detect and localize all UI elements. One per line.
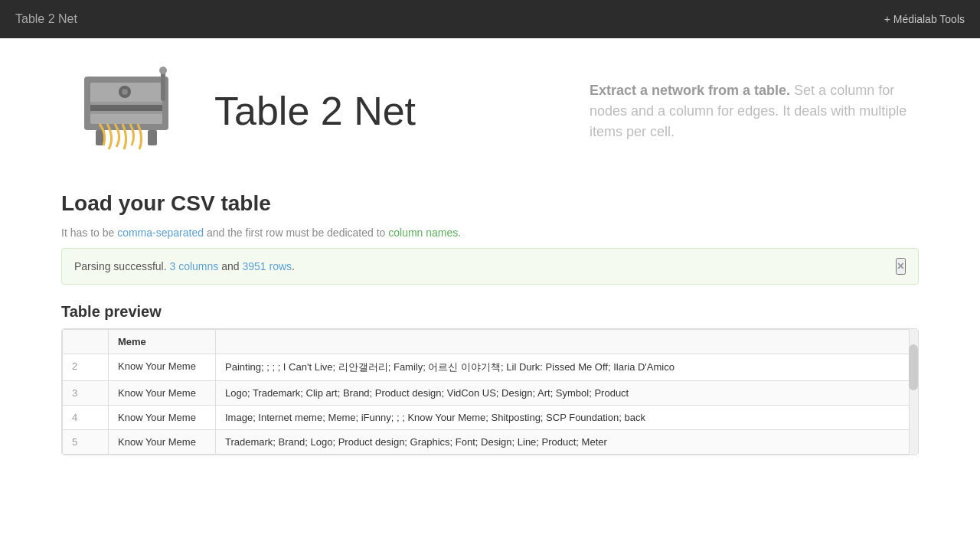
csv-hint-middle: and the first row must be dedicated to bbox=[204, 227, 388, 239]
app-logo bbox=[61, 61, 191, 161]
row-num: 4 bbox=[63, 406, 109, 430]
hero-section: Table 2 Net Extract a network from a tab… bbox=[0, 38, 980, 176]
alert-rows: 3951 rows bbox=[242, 260, 292, 272]
navbar: Table 2 Net + Médialab Tools bbox=[0, 0, 980, 38]
hero-description-bold: Extract a network from a table. bbox=[590, 83, 790, 98]
navbar-tools[interactable]: + Médialab Tools bbox=[884, 13, 965, 25]
svg-point-6 bbox=[159, 67, 167, 74]
comma-separated-link[interactable]: comma-separated bbox=[117, 227, 204, 239]
row-col3: Image; Internet meme; Meme; iFunny; ; ; … bbox=[216, 406, 918, 430]
row-num: 3 bbox=[63, 381, 109, 406]
navbar-brand: Table 2 Net bbox=[15, 12, 77, 26]
header-cell-num bbox=[63, 330, 109, 354]
alert-message: Parsing successful. 3 columns and 3951 r… bbox=[74, 260, 295, 272]
row-num: 5 bbox=[63, 430, 109, 455]
table-header: Meme bbox=[63, 330, 918, 354]
table-preview-title: Table preview bbox=[61, 303, 919, 321]
row-col3: Logo; Trademark; Clip art; Brand; Produc… bbox=[216, 381, 918, 406]
preview-table: Meme 2 Know Your Meme Painting; ; ; ; I … bbox=[62, 329, 918, 455]
alert-prefix: Parsing successful. bbox=[74, 260, 170, 272]
csv-hint: It has to be comma-separated and the fir… bbox=[61, 227, 919, 239]
table-body: 2 Know Your Meme Painting; ; ; ; I Can't… bbox=[63, 354, 918, 455]
svg-rect-3 bbox=[90, 102, 162, 105]
scrollbar[interactable] bbox=[909, 329, 918, 455]
row-num: 2 bbox=[63, 354, 109, 381]
csv-hint-suffix: . bbox=[458, 227, 461, 239]
row-col2: Know Your Meme bbox=[109, 354, 216, 381]
success-alert: Parsing successful. 3 columns and 3951 r… bbox=[61, 248, 919, 285]
row-col3: Trademark; Brand; Logo; Product design; … bbox=[216, 430, 918, 455]
app-title: Table 2 Net bbox=[214, 88, 416, 134]
alert-close-button[interactable]: × bbox=[896, 258, 906, 275]
main-content: Load your CSV table It has to be comma-s… bbox=[0, 176, 980, 471]
alert-middle: and bbox=[218, 260, 242, 272]
row-col2: Know Your Meme bbox=[109, 406, 216, 430]
table-row: 4 Know Your Meme Image; Internet meme; M… bbox=[63, 406, 918, 430]
header-cell-tags bbox=[216, 330, 918, 354]
alert-suffix: . bbox=[292, 260, 295, 272]
header-row: Meme bbox=[63, 330, 918, 354]
alert-columns: 3 columns bbox=[170, 260, 219, 272]
svg-rect-4 bbox=[90, 111, 162, 114]
column-names-link[interactable]: column names bbox=[388, 227, 458, 239]
scrollbar-thumb[interactable] bbox=[909, 344, 918, 390]
svg-rect-5 bbox=[161, 70, 165, 101]
load-section-title: Load your CSV table bbox=[61, 191, 919, 216]
svg-rect-8 bbox=[148, 130, 157, 145]
row-col2: Know Your Meme bbox=[109, 381, 216, 406]
row-col2: Know Your Meme bbox=[109, 430, 216, 455]
header-cell-meme: Meme bbox=[109, 330, 216, 354]
svg-point-10 bbox=[122, 89, 128, 95]
table-row: 5 Know Your Meme Trademark; Brand; Logo;… bbox=[63, 430, 918, 455]
row-col3: Painting; ; ; ; I Can't Live; 리안갤러리; Fam… bbox=[216, 354, 918, 381]
table-row: 2 Know Your Meme Painting; ; ; ; I Can't… bbox=[63, 354, 918, 381]
table-row: 3 Know Your Meme Logo; Trademark; Clip a… bbox=[63, 381, 918, 406]
csv-hint-prefix: It has to be bbox=[61, 227, 117, 239]
hero-description: Extract a network from a table. Set a co… bbox=[590, 80, 919, 142]
table-wrapper: Meme 2 Know Your Meme Painting; ; ; ; I … bbox=[61, 328, 919, 455]
